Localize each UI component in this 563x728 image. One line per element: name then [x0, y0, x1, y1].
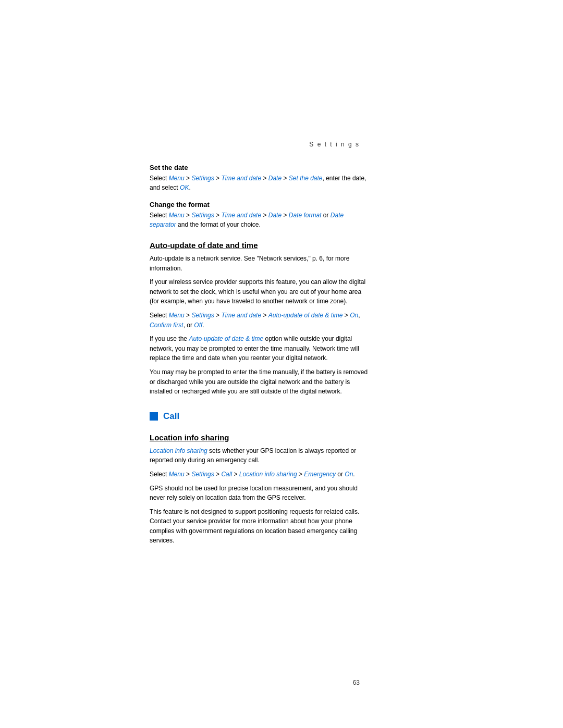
set-the-date-link: Set the date	[289, 175, 323, 182]
location-info-para3: GPS should not be used for precise locat…	[150, 484, 369, 503]
header-label: S e t t i n g s	[309, 141, 360, 148]
page-number: 63	[353, 679, 360, 686]
set-the-date-body: Select Menu > Settings > Time and date >…	[150, 174, 369, 192]
ok-link: OK	[180, 184, 189, 191]
time-and-date-link-2: Time and date	[221, 212, 261, 219]
call-link: Call	[221, 471, 232, 478]
location-info-para2: Select Menu > Settings > Call > Location…	[150, 470, 369, 479]
location-info-para4: This feature is not designed to support …	[150, 507, 369, 546]
date-link-1: Date	[268, 175, 282, 182]
auto-update-heading: Auto-update of date and time	[150, 241, 369, 250]
date-format-link: Date format	[289, 212, 322, 219]
time-and-date-link-1: Time and date	[221, 175, 261, 182]
confirm-first-link: Confirm first	[150, 322, 183, 329]
auto-update-para1: Auto-update is a network service. See "N…	[150, 254, 369, 273]
page-container: S e t t i n g s Set the date Select Menu…	[0, 0, 563, 728]
menu-link-1: Menu	[169, 175, 185, 182]
date-link-2: Date	[268, 212, 282, 219]
on-link-1: On	[350, 312, 358, 319]
auto-update-link: Auto-update of date & time	[268, 312, 343, 319]
emergency-link: Emergency	[304, 471, 336, 478]
change-the-format-body: Select Menu > Settings > Time and date >…	[150, 211, 369, 229]
menu-link-4: Menu	[169, 471, 185, 478]
time-and-date-link-3: Time and date	[221, 312, 261, 319]
call-label: Call	[163, 411, 179, 422]
change-the-format-heading: Change the format	[150, 201, 369, 208]
location-info-para1: Location info sharing sets whether your …	[150, 446, 369, 465]
location-info-sharing-link: Location info sharing	[239, 471, 297, 478]
menu-link-2: Menu	[169, 212, 185, 219]
set-the-date-heading: Set the date	[150, 164, 369, 171]
auto-update-para5: You may may be prompted to enter the tim…	[150, 367, 369, 397]
auto-update-para2: If your wireless service provider suppor…	[150, 277, 369, 306]
page-header: S e t t i n g s	[0, 0, 563, 158]
call-square-icon	[150, 412, 158, 421]
settings-link-4: Settings	[191, 471, 214, 478]
call-section-header: Call	[150, 411, 369, 422]
location-info-heading: Location info sharing	[150, 433, 369, 442]
settings-link-3: Settings	[191, 312, 214, 319]
location-info-link-1: Location info sharing	[150, 447, 207, 454]
settings-link-2: Settings	[191, 212, 214, 219]
auto-update-para4: If you use the Auto-update of date & tim…	[150, 334, 369, 363]
on-link-2: On	[345, 471, 353, 478]
off-link: Off	[194, 322, 202, 329]
menu-link-3: Menu	[169, 312, 185, 319]
content-area: Set the date Select Menu > Settings > Ti…	[150, 158, 369, 546]
settings-link-1: Settings	[191, 175, 214, 182]
auto-update-link-2: Auto-update of date & time	[189, 335, 263, 342]
auto-update-para3: Select Menu > Settings > Time and date >…	[150, 311, 369, 330]
